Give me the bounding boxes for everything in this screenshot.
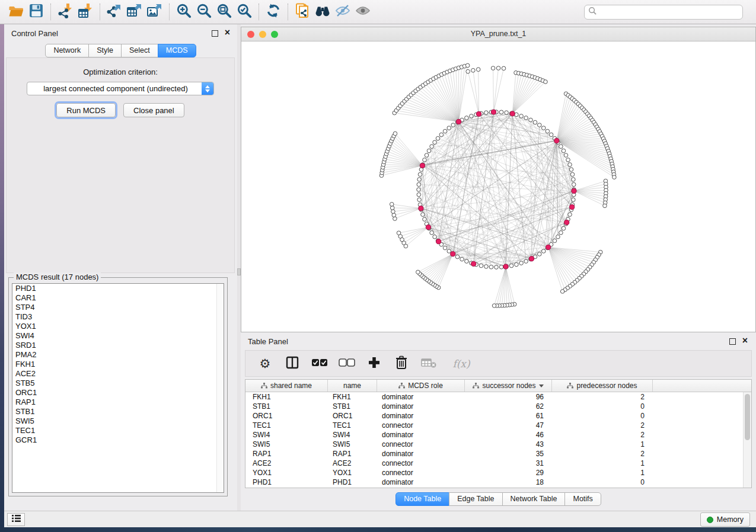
table-cell[interactable]: SWI4 — [245, 430, 328, 440]
table-cell[interactable]: RAP1 — [328, 449, 377, 459]
network-node[interactable] — [393, 132, 397, 136]
mcds-hub-node[interactable] — [426, 225, 430, 229]
network-node[interactable] — [559, 230, 563, 235]
network-node[interactable] — [484, 265, 489, 269]
table-cell[interactable]: PHD1 — [328, 477, 377, 487]
network-node[interactable] — [519, 114, 524, 118]
table-cell[interactable]: SWI5 — [245, 440, 328, 449]
table-row[interactable]: ORC1ORC1dominator610 — [245, 411, 743, 421]
table-cell[interactable]: 61 — [465, 411, 552, 421]
mcds-result-list[interactable]: PHD1CAR1STP4TID3YOX1SWI4SRD1PMA2FKH1ACE2… — [12, 283, 224, 493]
table-cell[interactable]: 1 — [552, 459, 653, 468]
network-node[interactable] — [496, 66, 500, 70]
network-node[interactable] — [564, 153, 568, 158]
network-node[interactable] — [447, 126, 451, 130]
network-node[interactable] — [524, 259, 528, 264]
table-cell[interactable]: 0 — [552, 402, 653, 411]
network-node[interactable] — [484, 111, 489, 115]
network-node[interactable] — [499, 110, 503, 114]
table-row[interactable]: RAP1RAP1dominator352 — [245, 449, 743, 459]
table-cell[interactable]: 2 — [552, 392, 653, 402]
table-cell[interactable]: 0 — [552, 411, 653, 421]
mcds-result-item[interactable]: YOX1 — [12, 322, 224, 331]
float-panel-icon[interactable] — [729, 338, 736, 345]
mcds-hub-node[interactable] — [554, 138, 559, 143]
refresh-layout-button[interactable] — [263, 2, 283, 21]
network-node[interactable] — [443, 246, 447, 250]
table-cell[interactable]: 62 — [465, 402, 552, 411]
network-node[interactable] — [427, 149, 431, 153]
table-cell[interactable]: 43 — [465, 440, 552, 449]
network-node[interactable] — [433, 235, 437, 239]
tab-style[interactable]: Style — [88, 44, 122, 57]
network-node[interactable] — [560, 290, 564, 294]
mcds-result-item[interactable]: TID3 — [12, 312, 224, 322]
table-cell[interactable]: ACE2 — [328, 459, 377, 468]
network-node[interactable] — [417, 182, 421, 187]
network-node[interactable] — [568, 163, 572, 167]
mcds-result-item[interactable]: ACE2 — [12, 369, 224, 379]
network-node[interactable] — [479, 264, 483, 268]
mcds-result-item[interactable]: RAP1 — [12, 398, 224, 407]
mcds-result-item[interactable]: TEC1 — [12, 426, 224, 435]
mcds-hub-node[interactable] — [471, 261, 476, 266]
network-node[interactable] — [546, 129, 550, 133]
run-mcds-button[interactable]: Run MCDS — [56, 103, 116, 117]
network-node[interactable] — [549, 133, 553, 137]
close-panel-icon[interactable]: × — [742, 335, 748, 346]
network-node[interactable] — [495, 265, 499, 270]
table-row[interactable]: YOX1YOX1connector291 — [245, 468, 743, 477]
save-session-button[interactable] — [26, 2, 46, 21]
network-node[interactable] — [417, 178, 422, 182]
mcds-hub-node[interactable] — [436, 239, 441, 244]
network-node[interactable] — [397, 231, 401, 235]
table-cell[interactable]: 29 — [465, 468, 552, 477]
show-hide-columns-button[interactable] — [285, 356, 300, 371]
column-header-predecessor-nodes[interactable]: predecessor nodes — [552, 380, 653, 392]
mcds-result-item[interactable]: STP4 — [12, 303, 224, 312]
table-row[interactable]: TEC1TEC1connector472 — [245, 421, 743, 430]
table-cell[interactable]: dominator — [377, 477, 465, 487]
network-node[interactable] — [391, 210, 395, 214]
table-cell[interactable]: dominator — [377, 402, 465, 411]
tab-select[interactable]: Select — [121, 44, 158, 57]
network-node[interactable] — [572, 198, 576, 202]
network-node[interactable] — [392, 213, 396, 217]
network-window-titlebar[interactable]: YPA_prune.txt_1 — [241, 27, 755, 41]
network-node[interactable] — [613, 175, 617, 180]
table-row[interactable]: SWI5SWI5connector431 — [245, 440, 743, 449]
network-node[interactable] — [492, 304, 496, 308]
network-node[interactable] — [537, 252, 541, 257]
tab-network-table[interactable]: Network Table — [502, 492, 566, 506]
mcds-result-item[interactable]: STB5 — [12, 379, 224, 388]
table-cell[interactable]: 31 — [465, 459, 552, 468]
import-table-button[interactable] — [75, 2, 95, 21]
table-cell[interactable]: 46 — [465, 430, 552, 440]
table-cell[interactable]: 96 — [465, 392, 552, 402]
network-node[interactable] — [439, 133, 444, 137]
network-node[interactable] — [418, 172, 422, 177]
table-cell[interactable]: 47 — [465, 421, 552, 430]
mcds-hub-node[interactable] — [456, 119, 461, 124]
mcds-result-item[interactable]: CAR1 — [12, 293, 224, 303]
clone-network-button[interactable] — [292, 2, 312, 21]
network-node[interactable] — [562, 226, 566, 230]
network-node[interactable] — [470, 114, 474, 118]
mcds-result-item[interactable]: SRD1 — [12, 341, 224, 350]
deselect-all-button[interactable] — [339, 356, 355, 371]
mcds-result-item[interactable]: PMA2 — [12, 350, 224, 360]
table-cell[interactable]: ORC1 — [245, 411, 328, 421]
open-session-button[interactable] — [6, 2, 26, 21]
table-cell[interactable]: connector — [377, 468, 465, 477]
network-node[interactable] — [433, 140, 437, 145]
table-mode-button[interactable]: ⚙ — [257, 356, 273, 371]
network-node[interactable] — [509, 264, 513, 268]
network-node[interactable] — [421, 213, 425, 217]
table-cell[interactable]: ACE2 — [245, 459, 328, 468]
hide-selected-button[interactable] — [333, 2, 353, 21]
mcds-hub-node[interactable] — [420, 163, 425, 168]
network-node[interactable] — [455, 255, 460, 259]
mcds-hub-node[interactable] — [570, 204, 575, 209]
network-node[interactable] — [416, 270, 420, 274]
network-node[interactable] — [423, 217, 427, 222]
